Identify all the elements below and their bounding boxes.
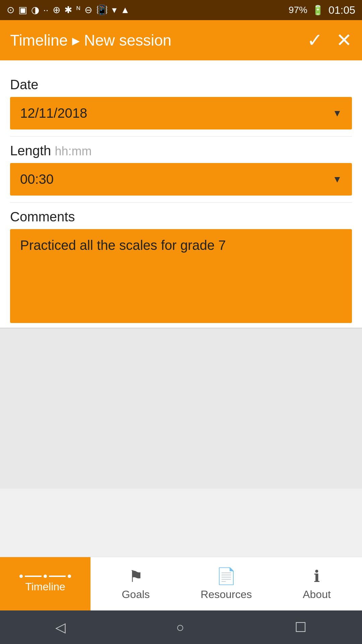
timeline-icon — [19, 575, 71, 578]
gps-icon: ⊕ — [53, 5, 60, 15]
spotify-icon: ⊙ — [7, 5, 14, 15]
bluetooth-icon: ✱ — [64, 5, 72, 15]
comments-section: Comments — [10, 203, 352, 328]
resources-label: Resources — [201, 588, 252, 601]
comments-label: Comments — [10, 209, 352, 224]
circle-icon: ◑ — [31, 5, 39, 15]
resources-file-icon: 📄 — [216, 567, 236, 586]
wifi-icon: ▾ — [112, 5, 117, 15]
goals-flag-icon: ⚑ — [129, 567, 143, 586]
image-icon: ▣ — [18, 5, 27, 15]
date-dropdown[interactable]: 12/11/2018 ▼ — [10, 97, 352, 129]
date-label: Date — [10, 77, 352, 92]
vibrate-icon: 📳 — [96, 5, 108, 15]
form-container: Date 12/11/2018 ▼ Length hh:mm 00:30 ▼ C… — [0, 60, 362, 328]
comments-input[interactable] — [10, 229, 352, 323]
empty-area — [0, 328, 362, 489]
signal-icon: ▲ — [121, 5, 130, 15]
length-chevron-down-icon: ▼ — [333, 174, 342, 185]
battery-percent: 97% — [289, 5, 307, 15]
recents-button[interactable]: ☐ — [295, 620, 307, 635]
header-actions: ✓ ✕ — [307, 31, 352, 50]
system-nav-bar: ◁ ○ ☐ — [0, 610, 362, 644]
tab-resources[interactable]: 📄 Resources — [181, 557, 272, 610]
dots-icon: ·· — [43, 5, 49, 15]
timeline-label: Timeline — [25, 581, 65, 593]
confirm-button[interactable]: ✓ — [307, 31, 323, 50]
status-bar: ⊙ ▣ ◑ ·· ⊕ ✱ ᴺ ⊖ 📳 ▾ ▲ 97% 🔋 01:05 — [0, 0, 362, 20]
bottom-nav: Timeline ⚑ Goals 📄 Resources ℹ About — [0, 557, 362, 610]
battery-icon: 🔋 — [312, 5, 324, 16]
about-label: About — [303, 588, 331, 601]
close-button[interactable]: ✕ — [336, 31, 352, 50]
length-dropdown[interactable]: 00:30 ▼ — [10, 163, 352, 196]
about-info-icon: ℹ — [314, 567, 320, 586]
length-placeholder: hh:mm — [55, 144, 92, 158]
home-button[interactable]: ○ — [176, 620, 184, 635]
tab-about[interactable]: ℹ About — [272, 557, 362, 610]
length-label: Length hh:mm — [10, 143, 352, 158]
length-section: Length hh:mm 00:30 ▼ — [10, 137, 352, 203]
date-section: Date 12/11/2018 ▼ — [10, 70, 352, 137]
header-breadcrumb: Timeline ▸ New session — [10, 31, 171, 49]
tab-timeline[interactable]: Timeline — [0, 557, 90, 610]
minus-icon: ⊖ — [84, 5, 92, 15]
date-value: 12/11/2018 — [20, 106, 87, 121]
tab-goals[interactable]: ⚑ Goals — [90, 557, 181, 610]
clock: 01:05 — [328, 4, 355, 16]
goals-label: Goals — [122, 588, 150, 601]
length-value: 00:30 — [20, 172, 54, 187]
app-header: Timeline ▸ New session ✓ ✕ — [0, 20, 362, 60]
back-button[interactable]: ◁ — [55, 620, 66, 635]
nfc-icon: ᴺ — [76, 5, 80, 15]
date-chevron-down-icon: ▼ — [333, 108, 342, 119]
